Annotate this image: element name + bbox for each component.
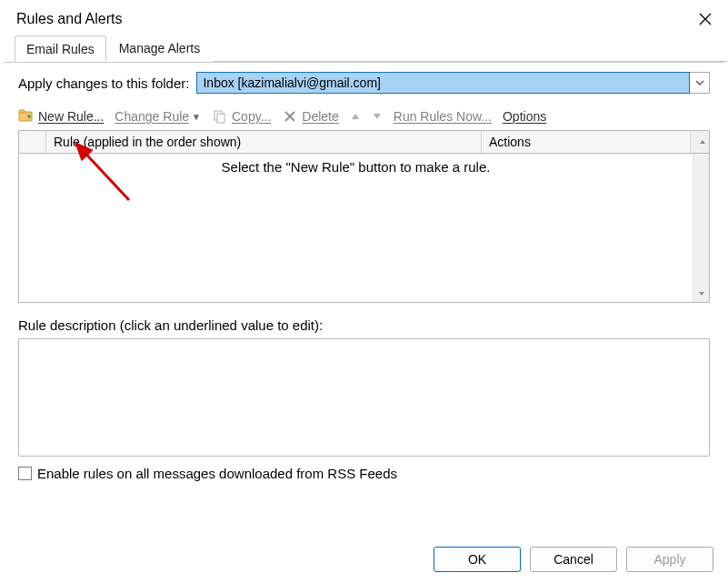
folder-row: Apply changes to this folder: Inbox [kaz… <box>18 72 710 94</box>
new-rule-button[interactable]: New Rule... <box>18 108 104 125</box>
copy-button[interactable]: Copy... <box>212 108 271 125</box>
copy-icon <box>212 108 228 125</box>
delete-button[interactable]: Delete <box>282 108 338 125</box>
rules-and-alerts-dialog: Rules and Alerts Email Rules Manage Aler… <box>0 0 728 583</box>
rules-table-body-inner: Select the "New Rule" button to make a r… <box>19 154 693 302</box>
scroll-down-arrow-icon <box>697 289 706 298</box>
dialog-footer: OK Cancel Apply <box>0 541 728 583</box>
run-rules-now-button[interactable]: Run Rules Now... <box>394 109 492 124</box>
rule-description-box[interactable] <box>18 338 710 457</box>
svg-rect-1 <box>19 110 25 113</box>
header-icon-col[interactable] <box>19 131 46 153</box>
delete-label: Delete <box>302 109 338 124</box>
rules-table-body: Select the "New Rule" button to make a r… <box>19 154 709 302</box>
new-rule-icon <box>18 108 35 125</box>
tab-email-rules[interactable]: Email Rules <box>15 35 106 63</box>
folder-dropdown-button[interactable] <box>690 72 710 94</box>
move-down-button[interactable] <box>372 112 383 121</box>
arrow-up-icon <box>350 112 361 121</box>
cancel-button[interactable]: Cancel <box>530 547 617 572</box>
change-rule-button[interactable]: Change Rule ▼ <box>115 109 201 124</box>
move-up-button[interactable] <box>350 112 361 121</box>
vertical-scrollbar[interactable] <box>693 154 709 302</box>
header-rule-col[interactable]: Rule (applied in the order shown) <box>46 131 482 153</box>
run-rules-now-label: Run Rules Now... <box>394 109 492 124</box>
rules-toolbar: New Rule... Change Rule ▼ Copy... <box>18 105 710 130</box>
rules-table: Rule (applied in the order shown) Action… <box>18 130 710 303</box>
email-rules-panel: Apply changes to this folder: Inbox [kaz… <box>4 62 724 541</box>
close-icon[interactable] <box>695 9 715 29</box>
scroll-up-arrow-icon <box>698 137 707 146</box>
title-bar: Rules and Alerts <box>0 0 728 35</box>
delete-icon <box>282 108 298 125</box>
header-actions-col[interactable]: Actions <box>482 131 691 153</box>
ok-button[interactable]: OK <box>434 547 521 572</box>
svg-rect-3 <box>217 114 224 123</box>
rss-checkbox-label: Enable rules on all messages downloaded … <box>37 466 397 481</box>
window-title: Rules and Alerts <box>16 11 123 27</box>
arrow-down-icon <box>372 112 383 121</box>
header-scroll-col <box>691 131 709 153</box>
tab-manage-alerts[interactable]: Manage Alerts <box>108 35 212 63</box>
folder-select-value[interactable]: Inbox [kazimalialvi@gmail.com] <box>196 72 690 94</box>
tabs: Email Rules Manage Alerts <box>0 35 728 62</box>
options-label: Options <box>503 109 546 124</box>
rules-table-header: Rule (applied in the order shown) Action… <box>19 131 709 154</box>
scroll-down-arrow[interactable] <box>693 286 709 302</box>
copy-label: Copy... <box>232 109 271 124</box>
change-rule-label: Change Rule <box>115 109 189 124</box>
scrollbar-spacer-top <box>693 154 709 170</box>
rss-checkbox-row: Enable rules on all messages downloaded … <box>18 457 710 481</box>
folder-label: Apply changes to this folder: <box>18 75 189 91</box>
options-button[interactable]: Options <box>503 109 546 124</box>
chevron-down-icon: ▼ <box>192 112 201 122</box>
rule-description-label: Rule description (click an underlined va… <box>18 317 710 333</box>
rss-checkbox[interactable] <box>18 467 32 480</box>
folder-select[interactable]: Inbox [kazimalialvi@gmail.com] <box>196 72 710 94</box>
rules-empty-message: Select the "New Rule" button to make a r… <box>19 159 693 175</box>
new-rule-label: New Rule... <box>38 109 104 124</box>
apply-button[interactable]: Apply <box>626 547 713 572</box>
